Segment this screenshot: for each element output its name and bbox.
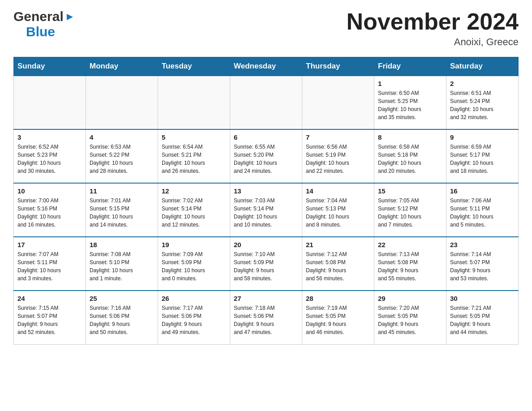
month-title: November 2024: [347, 9, 519, 34]
calendar-cell: 27Sunrise: 7:18 AMSunset: 5:06 PMDayligh…: [230, 291, 302, 344]
title-area: November 2024 Anoixi, Greece: [347, 9, 519, 48]
day-number: 13: [234, 187, 298, 195]
day-number: 14: [306, 187, 370, 195]
day-info: Sunrise: 6:52 AMSunset: 5:23 PMDaylight:…: [17, 143, 82, 175]
day-info: Sunrise: 7:04 AMSunset: 5:13 PMDaylight:…: [306, 197, 370, 229]
calendar-cell: 26Sunrise: 7:17 AMSunset: 5:06 PMDayligh…: [158, 291, 230, 344]
day-number: 3: [17, 133, 82, 141]
calendar-cell: 15Sunrise: 7:05 AMSunset: 5:12 PMDayligh…: [374, 183, 446, 237]
calendar-cell: 7Sunrise: 6:56 AMSunset: 5:19 PMDaylight…: [302, 129, 374, 183]
header: General Blue November 2024 Anoixi, Greec…: [13, 9, 519, 48]
day-info: Sunrise: 6:54 AMSunset: 5:21 PMDaylight:…: [162, 143, 226, 175]
day-info: Sunrise: 7:21 AMSunset: 5:05 PMDaylight:…: [450, 304, 515, 336]
calendar-cell: 13Sunrise: 7:03 AMSunset: 5:14 PMDayligh…: [230, 183, 302, 237]
calendar-cell: 25Sunrise: 7:16 AMSunset: 5:06 PMDayligh…: [86, 291, 158, 344]
calendar-cell: [86, 76, 158, 129]
day-number: 11: [90, 187, 154, 195]
calendar-cell: 3Sunrise: 6:52 AMSunset: 5:23 PMDaylight…: [14, 129, 86, 183]
day-number: 26: [162, 295, 226, 302]
day-info: Sunrise: 7:14 AMSunset: 5:07 PMDaylight:…: [450, 250, 515, 283]
day-info: Sunrise: 6:59 AMSunset: 5:17 PMDaylight:…: [450, 143, 515, 175]
day-info: Sunrise: 7:15 AMSunset: 5:07 PMDaylight:…: [17, 304, 82, 336]
day-number: 18: [90, 241, 154, 248]
logo: General Blue: [13, 9, 75, 39]
day-info: Sunrise: 7:13 AMSunset: 5:08 PMDaylight:…: [378, 250, 442, 283]
calendar-cell: 14Sunrise: 7:04 AMSunset: 5:13 PMDayligh…: [302, 183, 374, 237]
calendar-cell: 5Sunrise: 6:54 AMSunset: 5:21 PMDaylight…: [158, 129, 230, 183]
logo-blue-text: Blue: [26, 24, 55, 39]
calendar-cell: 16Sunrise: 7:06 AMSunset: 5:11 PMDayligh…: [446, 183, 519, 237]
day-info: Sunrise: 7:07 AMSunset: 5:11 PMDaylight:…: [17, 250, 82, 283]
calendar-cell: 1Sunrise: 6:50 AMSunset: 5:25 PMDaylight…: [374, 76, 446, 129]
day-number: 23: [450, 241, 515, 248]
col-header-monday: Monday: [86, 57, 158, 76]
day-info: Sunrise: 7:08 AMSunset: 5:10 PMDaylight:…: [90, 250, 154, 283]
day-info: Sunrise: 7:03 AMSunset: 5:14 PMDaylight:…: [234, 197, 298, 229]
day-number: 16: [450, 187, 515, 195]
logo-triangle-icon: [65, 12, 75, 22]
day-number: 4: [90, 133, 154, 141]
day-info: Sunrise: 7:05 AMSunset: 5:12 PMDaylight:…: [378, 197, 442, 229]
day-info: Sunrise: 7:06 AMSunset: 5:11 PMDaylight:…: [450, 197, 515, 229]
day-info: Sunrise: 6:58 AMSunset: 5:18 PMDaylight:…: [378, 143, 442, 175]
day-number: 20: [234, 241, 298, 248]
svg-marker-0: [67, 14, 73, 20]
calendar-cell: 9Sunrise: 6:59 AMSunset: 5:17 PMDaylight…: [446, 129, 519, 183]
location: Anoixi, Greece: [347, 36, 519, 48]
day-info: Sunrise: 7:18 AMSunset: 5:06 PMDaylight:…: [234, 304, 298, 336]
week-row-4: 17Sunrise: 7:07 AMSunset: 5:11 PMDayligh…: [14, 237, 519, 291]
day-number: 19: [162, 241, 226, 248]
calendar-cell: 22Sunrise: 7:13 AMSunset: 5:08 PMDayligh…: [374, 237, 446, 291]
day-info: Sunrise: 7:02 AMSunset: 5:14 PMDaylight:…: [162, 197, 226, 229]
day-info: Sunrise: 7:17 AMSunset: 5:06 PMDaylight:…: [162, 304, 226, 336]
calendar-cell: 6Sunrise: 6:55 AMSunset: 5:20 PMDaylight…: [230, 129, 302, 183]
calendar-cell: 4Sunrise: 6:53 AMSunset: 5:22 PMDaylight…: [86, 129, 158, 183]
calendar-cell: [158, 76, 230, 129]
day-number: 1: [378, 80, 442, 87]
col-header-tuesday: Tuesday: [158, 57, 230, 76]
day-number: 6: [234, 133, 298, 141]
day-info: Sunrise: 7:00 AMSunset: 5:16 PMDaylight:…: [17, 197, 82, 229]
day-number: 2: [450, 80, 515, 87]
calendar-cell: 23Sunrise: 7:14 AMSunset: 5:07 PMDayligh…: [446, 237, 519, 291]
day-number: 9: [450, 133, 515, 141]
col-header-wednesday: Wednesday: [230, 57, 302, 76]
day-number: 5: [162, 133, 226, 141]
day-info: Sunrise: 7:10 AMSunset: 5:09 PMDaylight:…: [234, 250, 298, 283]
col-header-thursday: Thursday: [302, 57, 374, 76]
day-info: Sunrise: 7:16 AMSunset: 5:06 PMDaylight:…: [90, 304, 154, 336]
calendar-cell: 19Sunrise: 7:09 AMSunset: 5:09 PMDayligh…: [158, 237, 230, 291]
calendar-cell: 12Sunrise: 7:02 AMSunset: 5:14 PMDayligh…: [158, 183, 230, 237]
calendar-cell: 8Sunrise: 6:58 AMSunset: 5:18 PMDaylight…: [374, 129, 446, 183]
day-number: 15: [378, 187, 442, 195]
day-number: 24: [17, 295, 82, 302]
calendar-cell: 17Sunrise: 7:07 AMSunset: 5:11 PMDayligh…: [14, 237, 86, 291]
day-number: 30: [450, 295, 515, 302]
col-header-friday: Friday: [374, 57, 446, 76]
day-info: Sunrise: 6:53 AMSunset: 5:22 PMDaylight:…: [90, 143, 154, 175]
day-info: Sunrise: 6:51 AMSunset: 5:24 PMDaylight:…: [450, 89, 515, 121]
calendar-cell: 21Sunrise: 7:12 AMSunset: 5:08 PMDayligh…: [302, 237, 374, 291]
calendar-cell: 2Sunrise: 6:51 AMSunset: 5:24 PMDaylight…: [446, 76, 519, 129]
calendar-cell: 28Sunrise: 7:19 AMSunset: 5:05 PMDayligh…: [302, 291, 374, 344]
day-number: 25: [90, 295, 154, 302]
calendar-cell: [14, 76, 86, 129]
day-info: Sunrise: 7:09 AMSunset: 5:09 PMDaylight:…: [162, 250, 226, 283]
day-number: 10: [17, 187, 82, 195]
day-number: 27: [234, 295, 298, 302]
day-number: 28: [306, 295, 370, 302]
calendar-cell: 29Sunrise: 7:20 AMSunset: 5:05 PMDayligh…: [374, 291, 446, 344]
calendar-cell: 20Sunrise: 7:10 AMSunset: 5:09 PMDayligh…: [230, 237, 302, 291]
week-row-3: 10Sunrise: 7:00 AMSunset: 5:16 PMDayligh…: [14, 183, 519, 237]
calendar-cell: [302, 76, 374, 129]
calendar-cell: 11Sunrise: 7:01 AMSunset: 5:15 PMDayligh…: [86, 183, 158, 237]
day-info: Sunrise: 6:55 AMSunset: 5:20 PMDaylight:…: [234, 143, 298, 175]
day-number: 8: [378, 133, 442, 141]
calendar-table: SundayMondayTuesdayWednesdayThursdayFrid…: [13, 57, 519, 345]
day-number: 21: [306, 241, 370, 248]
day-number: 29: [378, 295, 442, 302]
day-info: Sunrise: 7:19 AMSunset: 5:05 PMDaylight:…: [306, 304, 370, 336]
day-info: Sunrise: 6:50 AMSunset: 5:25 PMDaylight:…: [378, 89, 442, 121]
calendar-cell: 30Sunrise: 7:21 AMSunset: 5:05 PMDayligh…: [446, 291, 519, 344]
day-info: Sunrise: 6:56 AMSunset: 5:19 PMDaylight:…: [306, 143, 370, 175]
